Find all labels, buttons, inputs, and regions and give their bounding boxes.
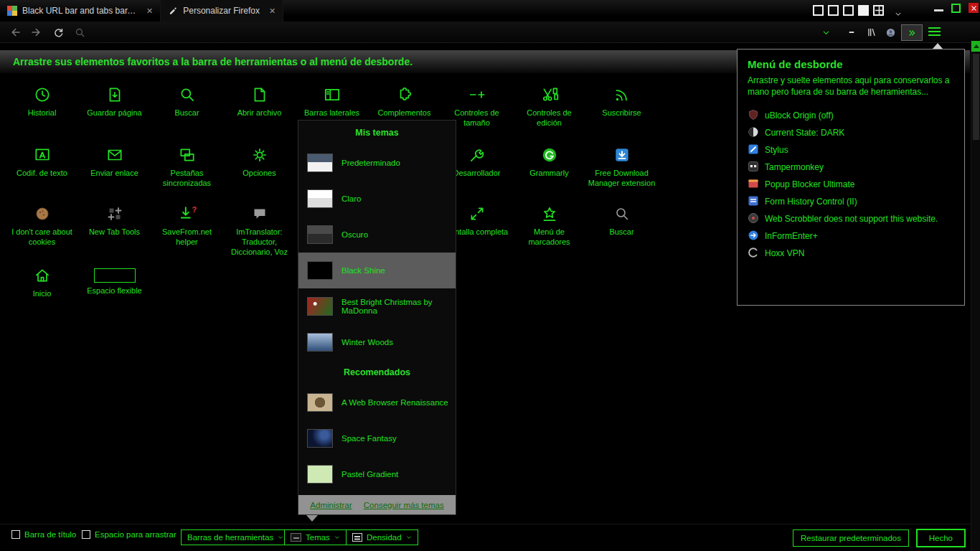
customize-item-buscar[interactable]: Buscar [151,80,223,141]
fdm-icon [611,145,633,165]
theme-thumbnail [307,297,333,316]
minimize-icon[interactable] [934,4,943,11]
customize-item-cookies[interactable]: I don't care about cookies [6,199,78,261]
informenter-icon [748,230,759,243]
overflow-item-ublock[interactable]: uBlock Origin (off) [748,107,956,124]
back-icon[interactable] [7,24,23,40]
titlebar-checkbox-group: Barra de título [11,530,76,539]
tab-close-icon[interactable]: ✕ [146,6,153,16]
new-tab-button[interactable] [874,5,885,19]
overflow-item-stylus[interactable]: Stylus [748,141,956,159]
chevron-down-icon[interactable] [818,24,834,40]
customize-item-fdm-extension[interactable]: Free Download Manager extension [585,141,658,199]
page-scrollbar[interactable] [971,41,980,551]
account-icon[interactable] [882,24,898,40]
themes-dropdown-panel: Mis temas Predeterminado Claro Oscuro Bl… [298,120,456,515]
overflow-item-current-state[interactable]: Current State: DARK [748,124,956,141]
titlebar-checkbox[interactable] [11,530,20,539]
customize-item-codif-texto[interactable]: Codif. de texto [6,141,78,199]
tab-close-icon[interactable]: ✕ [269,6,275,16]
theme-row-best-bright-christmas[interactable]: Best Bright Christmas by MaDonna [298,288,456,324]
customize-item-pestanas-sincronizadas[interactable]: Pestañas sincronizadas [151,141,223,199]
theme-row-pastel-gradient[interactable]: Pastel Gradient [298,456,456,492]
tab-personalizar-firefox[interactable]: Personalizar Firefox ✕ [161,0,283,22]
overflow-item-label: Web Scrobbler does not support this webs… [765,214,938,224]
customize-item-espacio-flexible[interactable]: Espacio flexible [78,261,151,311]
restore-defaults-button[interactable]: Restaurar predeterminados [793,529,909,547]
color-grid-favicon-icon [7,6,17,16]
item-label: Free Download Manager extension [587,169,657,189]
theme-thumbnail [307,189,333,208]
theme-row-oscuro[interactable]: Oscuro [298,217,456,253]
density-dropdown-label: Densidad [367,533,402,542]
customize-item-guardar-pagina[interactable]: Guardar página [78,80,151,141]
manage-themes-link[interactable]: Administrar [310,501,352,509]
customize-item-menu-marcadores[interactable]: Menú de marcadores [513,199,585,261]
customize-item-imtranslator[interactable]: ImTranslator: Traductor, Diccionario, Vo… [223,199,296,261]
svg-text:?: ? [192,205,197,214]
theme-row-predeterminado[interactable]: Predeterminado [298,145,456,181]
popup-blocker-icon [748,178,759,192]
customize-item-historial[interactable]: Historial [6,80,78,141]
firefox-customize-window: Black URL bar and tabs bar. | Use ✕ Pers… [0,0,980,551]
customize-item-buscar-2[interactable]: Buscar [585,199,658,261]
reload-icon[interactable] [50,24,66,40]
maximize-icon[interactable] [951,4,961,13]
dragspace-checkbox[interactable] [82,530,90,539]
get-more-themes-link[interactable]: Conseguir más temas [364,501,444,509]
theme-row-renaissance[interactable]: A Web Browser Renaissance [298,385,456,420]
ublock-shield-icon [748,109,759,123]
theme-row-black-shine-selected[interactable]: Black Shine [298,253,456,288]
overflow-item-form-history[interactable]: Form History Control (II) [748,193,956,210]
theme-name: A Web Browser Renaissance [341,398,448,407]
themes-dropdown-button[interactable]: Temas [284,529,347,545]
scroll-up-arrow[interactable] [971,41,980,52]
customize-item-suscribirse[interactable]: Suscribirse [585,80,658,141]
density-dropdown-button[interactable]: Densidad [346,529,418,545]
item-label: Barras laterales [304,108,359,118]
close-icon[interactable] [969,3,979,13]
customize-item-savefrom[interactable]: ? SaveFrom.net helper [151,199,223,261]
theme-row-winter-woods[interactable]: Winter Woods [298,324,456,360]
customize-item-abrir-archivo[interactable]: Abrir archivo [223,80,296,141]
theme-thumbnail [307,429,333,448]
item-label: Inicio [33,289,52,299]
theme-row-claro[interactable]: Claro [298,181,456,217]
customize-item-inicio[interactable]: Inicio [6,261,78,311]
done-button[interactable]: Hecho [916,529,966,547]
scrollbar-thumb[interactable] [973,54,979,140]
overflow-item-hoxx-vpn[interactable]: Hoxx VPN [748,245,956,262]
overflow-item-web-scrobbler[interactable]: Web Scrobbler does not support this webs… [748,210,956,227]
hoxx-vpn-icon [748,247,759,260]
customize-item-new-tab-tools[interactable]: New Tab Tools [78,199,151,261]
tab-black-url-bar[interactable]: Black URL bar and tabs bar. | Use ✕ [0,0,161,22]
toolbars-dropdown-button[interactable]: Barras de herramientas [181,529,290,545]
customize-item-opciones[interactable]: Opciones [223,141,296,199]
search-icon[interactable] [72,24,88,40]
customize-item-enviar-enlace[interactable]: Enviar enlace [78,141,151,199]
customize-item-grammarly[interactable]: Grammarly [513,141,585,199]
dash-icon[interactable] [844,24,859,40]
chevron-down-icon [406,534,412,540]
item-label: Buscar [609,227,633,237]
theme-row-space-fantasy[interactable]: Space Fantasy [298,420,456,456]
addons-puzzle-icon [394,85,415,105]
overflow-list: uBlock Origin (off) Current State: DARK … [748,107,956,262]
overflow-menu-button[interactable] [901,24,923,41]
overflow-item-tampermonkey[interactable]: Tampermonkey [748,159,956,176]
theme-name: Predeterminado [341,159,400,167]
themes-dropdown-label: Temas [306,533,330,542]
library-icon[interactable] [864,24,880,40]
tab-title: Black URL bar and tabs bar. | Use [22,6,137,16]
menu-hamburger-icon[interactable] [928,27,941,36]
overflow-item-label: InFormEnter+ [765,231,818,241]
overflow-description: Arrastre y suelte elementos aquí para co… [748,75,956,98]
forward-icon[interactable] [29,24,44,40]
item-label: Abrir archivo [237,108,282,118]
all-tabs-chevron-icon[interactable] [894,8,903,21]
overflow-item-popup-blocker[interactable]: Popup Blocker Ultimate [748,176,956,193]
customize-item-controles-edicion[interactable]: Controles de edición [513,80,585,141]
search-magnifier-icon [176,85,198,105]
overflow-item-informenter[interactable]: InFormEnter+ [748,227,956,245]
item-label: Guardar página [87,108,141,118]
